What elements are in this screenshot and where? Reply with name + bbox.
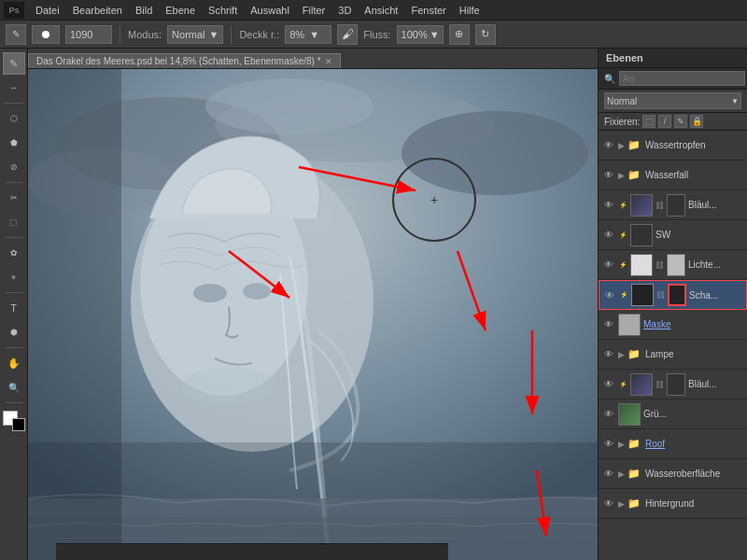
menu-datei[interactable]: Datei	[30, 3, 65, 18]
tool-magic-wand[interactable]: ⊘	[3, 156, 25, 178]
layer-visibility-toggle[interactable]: 👁	[602, 468, 615, 481]
canvas-content[interactable]: +	[28, 69, 598, 560]
search-icon: 🔍	[604, 74, 615, 84]
layers-panel: Ebenen 🔍 ▼ Normal ▼ Fixieren: ⬚ /	[599, 49, 747, 560]
layer-visibility-toggle[interactable]: 👁	[602, 318, 615, 331]
layer-visibility-toggle[interactable]: 👁	[602, 229, 615, 242]
flow-input[interactable]: 100% ▼	[397, 25, 444, 44]
tool-slice[interactable]: ⬚	[3, 211, 25, 233]
flow-label: Fluss:	[363, 29, 390, 40]
svg-point-5	[205, 78, 374, 134]
layer-row[interactable]: 👁 ▶ 📁 Wasseroberfläche	[599, 459, 747, 489]
fix-pixels-button[interactable]: ✎	[674, 115, 687, 128]
tool-lasso[interactable]: ⬡	[3, 107, 25, 130]
canvas-area[interactable]: Das Orakel des Meeres.psd bei 14,8% (Sch…	[28, 49, 598, 560]
layer-visibility-toggle[interactable]: 👁	[602, 199, 615, 212]
pressure-icon[interactable]: ⊕	[449, 24, 470, 45]
layer-row[interactable]: 👁 ⚡ SW	[599, 220, 747, 250]
layer-row[interactable]: 👁 ▶ 📁 Roof	[599, 429, 747, 459]
layer-row[interactable]: 👁 ▶ 📁 Hintergrund	[599, 489, 747, 519]
layer-visibility-toggle[interactable]: 👁	[602, 348, 615, 361]
menu-filter[interactable]: Filter	[297, 3, 331, 18]
tool-marquee[interactable]: ⬟	[3, 132, 25, 154]
menu-schrift[interactable]: Schrift	[203, 3, 243, 18]
layer-thumbnail	[630, 254, 653, 276]
layer-row[interactable]: 👁 ▶ 📁 Lampe	[599, 340, 747, 370]
expand-arrow-icon[interactable]: ▶	[618, 469, 625, 479]
tool-separator4	[5, 292, 23, 293]
tool-hand[interactable]: ✋	[3, 352, 25, 374]
app-logo: Ps	[4, 2, 24, 19]
rotate-icon[interactable]: ↻	[475, 24, 496, 45]
expand-arrow-icon[interactable]: ▶	[618, 499, 625, 509]
layer-visibility-toggle[interactable]: 👁	[602, 408, 615, 421]
menu-fenster[interactable]: Fenster	[405, 3, 451, 18]
layers-search-row: 🔍 ▼	[599, 68, 747, 90]
brush-size-input[interactable]: 1090	[65, 25, 112, 44]
layer-visibility-toggle[interactable]: 👁	[602, 139, 615, 152]
blend-mode-dropdown[interactable]: Normal ▼	[604, 92, 741, 109]
brush-preview[interactable]	[32, 25, 60, 44]
panels: Ebenen 🔍 ▼ Normal ▼ Fixieren: ⬚ /	[598, 49, 747, 560]
layer-row[interactable]: 👁 ▶ 📁 Wasserfall	[599, 161, 747, 190]
canvas-tab[interactable]: Das Orakel des Meeres.psd bei 14,8% (Sch…	[28, 53, 341, 68]
opacity-input[interactable]: 8% ▼	[285, 25, 331, 44]
menu-bearbeiten[interactable]: Bearbeiten	[67, 3, 128, 18]
menu-bild[interactable]: Bild	[130, 3, 158, 18]
expand-arrow-icon[interactable]: ▶	[618, 440, 625, 449]
tool-separator6	[5, 402, 23, 403]
layer-row-active[interactable]: 👁 ⚡ ⛓ Scha...	[599, 280, 747, 310]
separator	[120, 25, 120, 44]
layer-name: Hintergrund	[645, 498, 743, 509]
tool-text[interactable]: T	[3, 297, 25, 319]
expand-arrow-icon[interactable]: ▶	[618, 350, 625, 359]
layer-row[interactable]: 👁 ⚡ ⛓ Bläul...	[599, 370, 747, 399]
layer-visibility-toggle[interactable]: 👁	[602, 438, 615, 451]
layer-visibility-toggle[interactable]: 👁	[602, 378, 615, 391]
color-swatches[interactable]	[3, 411, 25, 431]
expand-arrow-icon[interactable]: ▶	[618, 141, 625, 150]
mode-dropdown[interactable]: Normal ▼	[167, 25, 223, 44]
svg-point-8	[193, 284, 227, 302]
layer-mask-thumbnail	[667, 373, 685, 396]
layer-visibility-toggle[interactable]: 👁	[602, 169, 615, 182]
tool-separator3	[5, 237, 23, 238]
menu-auswahl[interactable]: Auswahl	[245, 3, 295, 18]
expand-arrow-icon[interactable]: ▶	[618, 171, 625, 180]
layer-row[interactable]: 👁 Grü...	[599, 399, 747, 429]
tool-brush[interactable]: ✎	[3, 52, 25, 75]
folder-icon: 📁	[627, 497, 641, 510]
menu-3d[interactable]: 3D	[332, 3, 357, 18]
menu-ansicht[interactable]: Ansicht	[359, 3, 403, 18]
fix-all-button[interactable]: 🔒	[690, 115, 703, 128]
fix-transparency-button[interactable]: /	[658, 115, 671, 128]
layer-row[interactable]: 👁 ⚡ ⛓ Lichte...	[599, 250, 747, 280]
tool-move[interactable]: ↔	[3, 77, 25, 99]
layer-row[interactable]: 👁 ▶ 📁 Wassertropfen	[599, 131, 747, 161]
tool-stamp[interactable]: ✿	[3, 242, 25, 264]
tool-zoom[interactable]: 🔍	[3, 376, 25, 399]
layer-name: Wasserfall	[645, 170, 743, 180]
layer-visibility-toggle[interactable]: 👁	[603, 288, 616, 301]
layer-visibility-toggle[interactable]: 👁	[602, 259, 615, 272]
background-color[interactable]	[12, 418, 25, 431]
menu-ebene[interactable]: Ebene	[160, 3, 201, 18]
svg-point-9	[243, 283, 271, 300]
layers-search-input[interactable]	[619, 71, 745, 86]
folder-icon: 📁	[627, 139, 641, 151]
tool-healing[interactable]: ⌖	[3, 266, 25, 288]
menu-hilfe[interactable]: Hilfe	[454, 3, 486, 18]
tab-close-button[interactable]: ✕	[325, 57, 332, 66]
layer-row[interactable]: 👁 ⚡ ⛓ Bläul...	[599, 190, 747, 220]
layer-visibility-toggle[interactable]: 👁	[602, 497, 615, 511]
airbrush-icon[interactable]: 🖌	[337, 24, 358, 45]
brush-tool-icon[interactable]: ✎	[6, 24, 26, 45]
tool-shape[interactable]: ⬢	[3, 321, 25, 343]
toolbox: ✎ ↔ ⬡ ⬟ ⊘ ✂ ⬚ ✿ ⌖ T ⬢ ✋ 🔍	[0, 49, 28, 560]
layer-name: Maske	[643, 319, 743, 329]
fixieren-label: Fixieren:	[604, 117, 640, 127]
layer-row[interactable]: 👁 Maske	[599, 310, 747, 340]
menu-bar: Ps Datei Bearbeiten Bild Ebene Schrift A…	[0, 0, 747, 21]
fix-position-button[interactable]: ⬚	[642, 115, 655, 128]
tool-crop[interactable]: ✂	[3, 187, 25, 209]
